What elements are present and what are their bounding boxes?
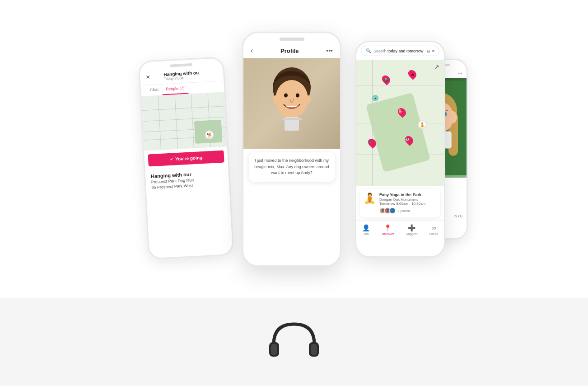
event-card-loc: Dongan Oak Monument (379, 198, 425, 202)
check-icon: ✓ (170, 156, 174, 161)
profile-header: ‹ Profile ••• (243, 43, 340, 58)
svg-rect-20 (311, 344, 317, 355)
svg-point-5 (305, 95, 311, 103)
nav-discover-icon: 📍 (384, 224, 392, 231)
street-h-r3 (356, 155, 444, 155)
right-map-view: ↗ 🎱 🏍 • 🐕 (356, 60, 444, 186)
avatars: 👤 👤 👤 (379, 207, 396, 214)
search-tomorrow: tomorrow (406, 49, 424, 53)
nav-you-icon: 👤 (362, 224, 370, 231)
nav-suggest-icon: ➕ (408, 224, 415, 231)
nav-you[interactable]: 👤 You (362, 224, 370, 235)
profile-photo (243, 58, 340, 149)
going-label: You're going (175, 155, 202, 161)
nav-loops[interactable]: ∞ Loops (429, 224, 438, 235)
pin-1: 🎱 (383, 75, 390, 84)
headphones-container (0, 298, 588, 386)
bottom-area (0, 298, 588, 386)
street-h-1 (142, 106, 225, 111)
svg-point-2 (284, 94, 288, 98)
street-v-1 (158, 96, 161, 150)
bottom-nav: 👤 You 📍 Discover ➕ Suggest ∞ Loops (356, 220, 444, 239)
phone-mid-notch (280, 38, 304, 41)
profile-panel-more[interactable]: ••• (458, 71, 462, 75)
phone-left-notch (170, 63, 192, 67)
event-emoji: 🧘 (364, 193, 376, 204)
bio-text: I just moved to the neighborhood with my… (254, 158, 329, 176)
nav-suggest-label: Suggest (406, 232, 418, 235)
phone-middle: ‹ Profile ••• (242, 32, 341, 267)
nav-loops-label: Loops (429, 232, 438, 235)
close-icon[interactable]: ✕ (145, 74, 150, 81)
event-card-time: Tomorrow 9:00am - 10:30am (379, 202, 425, 206)
svg-rect-7 (282, 118, 302, 120)
street-h-r1 (356, 85, 444, 85)
tab-people[interactable]: People (7) (162, 83, 188, 95)
event-card-name: Easy Yoga in the Park (379, 193, 425, 197)
left-map: 🐕 (141, 92, 227, 151)
pin-4: 🎮 (369, 138, 376, 147)
park-shape (366, 93, 430, 172)
search-text: Search today and tomorrow (373, 49, 425, 53)
event-info: Hanging with our Prospect Park Dog Run 9… (145, 166, 229, 194)
back-button[interactable]: ‹ (251, 47, 253, 55)
svg-rect-19 (271, 344, 277, 355)
street-h-r2 (356, 123, 444, 123)
profile-title: Profile (280, 47, 299, 54)
phones-right: 🔍 Search today and tomorrow ⊟ ≡ (355, 41, 445, 258)
svg-point-1 (275, 80, 308, 118)
main-area: ✕ Hanging with ou Today 3:00p Chat Peopl… (0, 0, 588, 298)
svg-point-3 (296, 94, 299, 98)
nav-discover[interactable]: 📍 Discover (382, 224, 394, 235)
location-arrow-icon[interactable]: ↗ (434, 63, 439, 71)
nav-discover-label: Discover (382, 232, 394, 235)
pin-teal: • (372, 95, 378, 101)
profile-bio-card: I just moved to the neighborhood with my… (249, 152, 335, 182)
joined-count: 3 joined (397, 209, 410, 213)
event-details: Easy Yoga in the Park Dongan Oak Monumen… (379, 193, 425, 214)
phone-right-map: 🔍 Search today and tomorrow ⊟ ≡ (355, 41, 445, 258)
nav-you-label: You (364, 232, 369, 235)
search-today: today (387, 49, 397, 53)
phone-left: ✕ Hanging with ou Today 3:00p Chat Peopl… (138, 56, 234, 259)
more-button[interactable]: ••• (326, 47, 333, 54)
search-icon: 🔍 (366, 48, 371, 53)
joined-row: 👤 👤 👤 3 joined (379, 207, 425, 214)
going-button[interactable]: ✓ You're going (148, 151, 224, 167)
svg-point-4 (273, 95, 278, 103)
street-v-2 (174, 95, 177, 149)
tab-chat[interactable]: Chat (146, 85, 162, 96)
profile-face-svg (265, 63, 319, 144)
filter-icon-1[interactable]: ⊟ (427, 49, 430, 53)
nav-loops-icon: ∞ (431, 224, 436, 231)
search-bar[interactable]: 🔍 Search today and tomorrow ⊟ ≡ (361, 46, 439, 56)
svg-point-16 (448, 111, 457, 123)
event-card: 🧘 Easy Yoga in the Park Dongan Oak Monum… (360, 189, 440, 217)
street-v-3 (191, 94, 194, 148)
filter-icons: ⊟ ≡ (427, 49, 434, 53)
pin-yoga: 🧘 (418, 120, 427, 129)
pin-2: 🏍 (409, 70, 416, 79)
nav-suggest[interactable]: ➕ Suggest (406, 224, 418, 235)
avatar-3: 👤 (389, 207, 396, 214)
pin-3: 🐕 (398, 108, 406, 117)
filter-icon-2[interactable]: ≡ (432, 49, 434, 53)
pin-5: ⚽ (406, 136, 413, 145)
headphones-icon (267, 320, 321, 365)
